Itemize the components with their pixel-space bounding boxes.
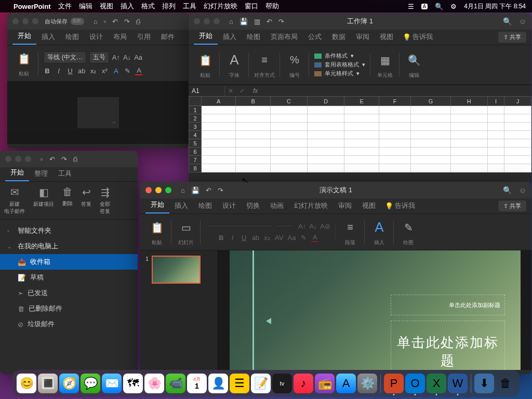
superscript-button[interactable]: x²: [101, 67, 108, 75]
paragraph-icon[interactable]: ≡: [341, 218, 360, 237]
tab-view[interactable]: 视图: [357, 198, 381, 214]
underline-button[interactable]: U: [66, 67, 74, 75]
dock-facetime[interactable]: 📹: [166, 374, 185, 393]
folder-sent[interactable]: ➣已发送: [0, 285, 138, 301]
font-icon[interactable]: A: [225, 51, 244, 70]
tab-home[interactable]: 开始: [145, 197, 169, 214]
menu-arrange[interactable]: 排列: [162, 2, 176, 11]
dock-calendar[interactable]: 4月1: [187, 374, 207, 393]
save-icon[interactable]: 💾: [240, 18, 248, 25]
shrink-font-icon[interactable]: A↓: [123, 54, 131, 61]
spotlight-icon[interactable]: 🔍: [435, 3, 443, 10]
tab-home[interactable]: 开始: [12, 28, 36, 45]
paste-icon[interactable]: 📋: [148, 218, 166, 237]
grow-font-icon[interactable]: A↑: [298, 222, 306, 230]
tab-review[interactable]: 审阅: [351, 29, 375, 45]
undo-icon[interactable]: ↶: [49, 155, 55, 163]
tab-transition[interactable]: 切换: [241, 198, 265, 214]
autosave-toggle[interactable]: 自动保存: [45, 18, 84, 25]
delete-button[interactable]: 🗑删除: [62, 186, 73, 215]
font-size-select[interactable]: 五号: [89, 51, 109, 63]
tab-insert[interactable]: 插入: [218, 29, 242, 45]
bold-button[interactable]: B: [44, 67, 51, 75]
print-icon[interactable]: ⎙: [136, 18, 140, 25]
spacing-button[interactable]: AV: [275, 234, 283, 242]
redo-icon[interactable]: ↷: [278, 18, 284, 25]
menu-file[interactable]: 文件: [58, 2, 72, 11]
clear-format-icon[interactable]: A⊘: [320, 222, 330, 230]
traffic-lights[interactable]: [12, 18, 38, 24]
redo-icon[interactable]: ↷: [124, 18, 130, 25]
home-icon[interactable]: ⌂: [181, 187, 185, 194]
reply-all-button[interactable]: ⇶全部 答复: [100, 186, 110, 215]
folder-deleted[interactable]: 🗑已删除邮件: [0, 301, 138, 316]
dock-maps[interactable]: 🗺: [123, 374, 143, 393]
menu-insert[interactable]: 插入: [121, 2, 134, 11]
new-icon[interactable]: ▥: [254, 18, 260, 25]
tab-formulas[interactable]: 公式: [303, 29, 327, 45]
edit-icon[interactable]: 🔍: [405, 51, 423, 70]
conditional-format[interactable]: 条件格式 ▾: [314, 52, 365, 60]
save-icon[interactable]: 💾: [191, 187, 200, 194]
highlight-icon[interactable]: ✎: [124, 67, 131, 75]
dock-reminders[interactable]: ☰: [230, 374, 249, 393]
undo-icon[interactable]: ↶: [112, 18, 118, 25]
local-folders[interactable]: ⌄在我的电脑上: [0, 238, 138, 254]
tab-layout[interactable]: 布局: [108, 29, 132, 45]
traffic-lights[interactable]: [194, 18, 220, 24]
dock-podcasts[interactable]: 📻: [315, 374, 335, 393]
menu-format[interactable]: 格式: [141, 2, 155, 11]
dock-tv[interactable]: tv: [272, 374, 292, 393]
tab-tools[interactable]: 工具: [53, 166, 77, 181]
case-button[interactable]: Aa: [287, 234, 296, 242]
redo-icon[interactable]: ↷: [218, 187, 223, 194]
shrink-font-icon[interactable]: A↓: [309, 222, 317, 230]
number-icon[interactable]: %: [285, 51, 304, 70]
dock-outlook[interactable]: O: [405, 374, 425, 393]
spreadsheet-grid[interactable]: ABCDEFGHIJ 1 2 3 4 5 6 7 8: [189, 96, 531, 172]
tab-insert[interactable]: 插入: [169, 198, 193, 214]
tab-view[interactable]: 视图: [375, 29, 398, 45]
dock-downloads[interactable]: ⬇: [474, 374, 494, 393]
dock-notes[interactable]: 📝: [251, 374, 271, 393]
home-icon[interactable]: ⌂: [229, 18, 233, 25]
dock-mail[interactable]: ✉️: [102, 374, 122, 393]
tab-design[interactable]: 设计: [217, 198, 241, 214]
strike-button[interactable]: ab: [78, 67, 85, 75]
menu-window[interactable]: 窗口: [245, 2, 258, 11]
cell-styles[interactable]: 单元格样式 ▾: [314, 70, 365, 77]
undo-icon[interactable]: ↶: [267, 18, 272, 25]
insert-icon[interactable]: A: [370, 218, 389, 237]
folder-inbox[interactable]: 📥收件箱: [0, 254, 138, 270]
control-center-icon[interactable]: ⚙: [450, 3, 457, 10]
dock-powerpoint[interactable]: P: [384, 374, 404, 393]
traffic-lights[interactable]: [145, 187, 171, 193]
tab-home[interactable]: 开始: [194, 28, 218, 45]
menu-tools[interactable]: 工具: [183, 2, 196, 11]
menu-view[interactable]: 视图: [100, 2, 113, 11]
tab-organize[interactable]: 整理: [29, 166, 53, 181]
app-name[interactable]: PowerPoint: [14, 3, 51, 10]
tab-animation[interactable]: 动画: [265, 198, 289, 214]
search-icon[interactable]: 🔍: [503, 186, 512, 194]
strike-button[interactable]: ab: [252, 234, 259, 242]
tab-draw[interactable]: 绘图: [193, 198, 217, 214]
paste-icon[interactable]: 📋: [15, 49, 33, 68]
font-name-select[interactable]: 等线 (中文…: [44, 51, 86, 63]
dock-finder[interactable]: 😊: [17, 374, 36, 393]
share-button[interactable]: ⇪ 共享: [498, 32, 526, 43]
tab-layout[interactable]: 页面布局: [265, 29, 303, 45]
slide-canvas[interactable]: 单击此处添加副标题 单击此处添加标题: [218, 250, 531, 370]
smiley-icon[interactable]: ☺: [519, 17, 526, 25]
dock-contacts[interactable]: 👤: [208, 374, 228, 393]
new-slide-icon[interactable]: ▭: [177, 218, 195, 237]
share-button[interactable]: ⇪ 共享: [498, 201, 526, 211]
menu-help[interactable]: 帮助: [265, 2, 279, 11]
smiley-icon[interactable]: ☺: [519, 186, 526, 194]
dock-photos[interactable]: 🌸: [144, 374, 164, 393]
dock-launchpad[interactable]: 🔳: [38, 374, 58, 393]
tell-me[interactable]: 💡告诉我: [398, 29, 437, 45]
italic-button[interactable]: I: [229, 234, 236, 242]
tell-me[interactable]: 💡告诉我: [381, 198, 419, 214]
dock-excel[interactable]: X: [427, 374, 446, 393]
